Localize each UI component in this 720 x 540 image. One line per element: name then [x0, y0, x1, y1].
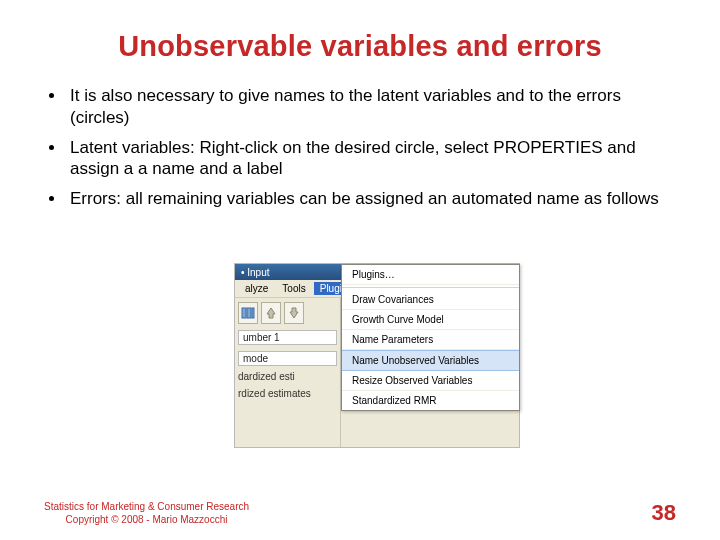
svg-rect-2	[252, 308, 254, 318]
stacks-icon	[241, 306, 255, 320]
arrow-down-icon	[287, 306, 301, 320]
mode-label: mode	[238, 351, 337, 366]
menu-item-draw-covariances[interactable]: Draw Covariances	[342, 290, 519, 310]
group-section: umber 1	[238, 330, 337, 345]
menu-item-plugins[interactable]: Plugins…	[342, 265, 519, 285]
toolbar-button[interactable]	[284, 302, 304, 324]
footer-line-2: Copyright © 2008 - Mario Mazzocchi	[44, 514, 249, 527]
menu-separator	[342, 287, 519, 288]
slide: Unobservable variables and errors It is …	[0, 0, 720, 540]
toolbar	[238, 302, 337, 324]
embedded-screenshot: • Input alyze Tools Plugins Help	[234, 263, 520, 448]
svg-rect-0	[242, 308, 246, 318]
toolbar-button[interactable]	[238, 302, 258, 324]
menu-item-name-unobserved[interactable]: Name Unobserved Variables	[342, 350, 519, 371]
toolbar-button[interactable]	[261, 302, 281, 324]
left-panel: umber 1 mode dardized esti rdized estima…	[235, 298, 341, 447]
truncated-text: rdized estimates	[238, 387, 337, 400]
truncated-text: dardized esti	[238, 370, 337, 383]
menu-item-growth-curve[interactable]: Growth Curve Model	[342, 310, 519, 330]
page-number: 38	[652, 500, 676, 526]
svg-rect-1	[247, 308, 251, 318]
group-label: umber 1	[238, 330, 337, 345]
bullet-item: Latent variables: Right-click on the des…	[66, 137, 676, 181]
footer-line-1: Statistics for Marketing & Consumer Rese…	[44, 501, 249, 514]
footer-credits: Statistics for Marketing & Consumer Rese…	[44, 501, 249, 526]
slide-title: Unobservable variables and errors	[44, 30, 676, 63]
bullet-item: Errors: all remaining variables can be a…	[66, 188, 676, 210]
footer: Statistics for Marketing & Consumer Rese…	[44, 500, 676, 526]
bullet-list: It is also necessary to give names to th…	[44, 85, 676, 210]
menu-item-name-parameters[interactable]: Name Parameters	[342, 330, 519, 350]
screenshot-body: umber 1 mode dardized esti rdized estima…	[235, 298, 519, 447]
menu-item-standardized-rmr[interactable]: Standardized RMR	[342, 391, 519, 410]
arrow-up-icon	[264, 306, 278, 320]
menu-analyze[interactable]: alyze	[239, 282, 274, 295]
bullet-item: It is also necessary to give names to th…	[66, 85, 676, 129]
mode-section: mode dardized esti rdized estimates	[238, 351, 337, 400]
plugins-dropdown: Plugins… Draw Covariances Growth Curve M…	[341, 264, 520, 411]
menu-item-resize-observed[interactable]: Resize Observed Variables	[342, 371, 519, 391]
menu-tools[interactable]: Tools	[276, 282, 311, 295]
